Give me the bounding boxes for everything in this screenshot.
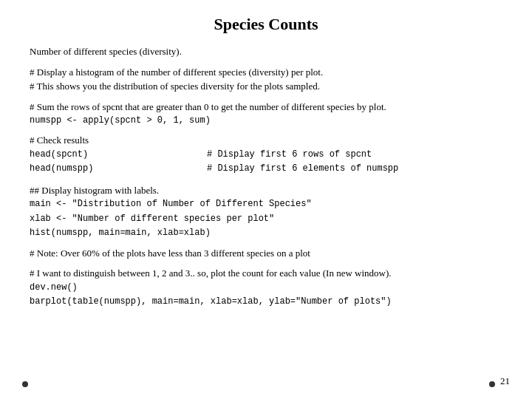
- sum-code: numspp <- apply(spcnt > 0, 1, sum): [30, 114, 502, 127]
- barplot-section: # I want to distinguish between 1, 2 and…: [30, 266, 502, 309]
- page-title: Species Counts: [30, 15, 502, 34]
- histogram-line3: hist(numspp, main=main, xlab=xlab): [30, 226, 502, 240]
- barplot-line1: dev.new(): [30, 281, 502, 295]
- intro-section: Number of different species (diversity).: [30, 44, 502, 59]
- comment1-section: # Display a histogram of the number of d…: [30, 65, 502, 94]
- check-line-2: head(numspp) # Display first 6 elements …: [30, 162, 502, 176]
- comment1-line1: # Display a histogram of the number of d…: [30, 65, 502, 80]
- check-code-2: head(numspp): [30, 162, 207, 176]
- check-comment-2: # Display first 6 elements of numspp: [207, 162, 398, 176]
- note-section: # Note: Over 60% of the plots have less …: [30, 246, 502, 261]
- intro-text: Number of different species (diversity).: [30, 44, 502, 59]
- bullet-left-icon: [22, 381, 28, 387]
- histogram-line1: main <- "Distribution of Number of Diffe…: [30, 197, 502, 211]
- check-comment-1: # Display first 6 rows of spcnt: [207, 148, 372, 162]
- histogram-line2: xlab <- "Number of different species per…: [30, 212, 502, 226]
- check-line-1: head(spcnt) # Display first 6 rows of sp…: [30, 148, 502, 162]
- page-number: 21: [500, 375, 510, 387]
- check-results-section: # Check results head(spcnt) # Display fi…: [30, 133, 502, 176]
- sum-section: # Sum the rows of spcnt that are greater…: [30, 100, 502, 128]
- histogram-section: ## Display histogram with labels. main <…: [30, 183, 502, 240]
- bullet-right-icon: [489, 381, 495, 387]
- check-results-title: # Check results: [30, 133, 502, 148]
- barplot-line2: barplot(table(numspp), main=main, xlab=x…: [30, 295, 502, 309]
- note-text: # Note: Over 60% of the plots have less …: [30, 246, 502, 261]
- page: Species Counts Number of different speci…: [0, 0, 532, 399]
- histogram-title: ## Display histogram with labels.: [30, 183, 502, 198]
- check-code-1: head(spcnt): [30, 148, 207, 162]
- comment1-line2: # This shows you the distribution of spe…: [30, 79, 502, 94]
- barplot-title: # I want to distinguish between 1, 2 and…: [30, 266, 502, 281]
- sum-title: # Sum the rows of spcnt that are greater…: [30, 100, 502, 115]
